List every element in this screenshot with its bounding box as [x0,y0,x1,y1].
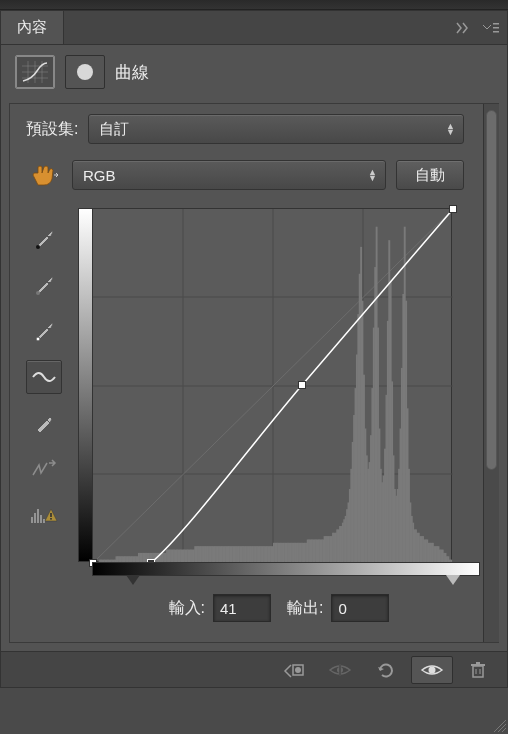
svg-point-7 [36,337,40,341]
curves-graph[interactable] [78,208,452,562]
panel-tab-content[interactable]: 內容 [1,11,64,44]
layer-mask-icon[interactable] [65,55,105,89]
output-value-field[interactable] [331,594,389,622]
clip-to-layer-button[interactable] [273,656,315,684]
delete-button[interactable] [457,656,499,684]
adjustment-title: 曲線 [115,61,149,84]
histogram-warning-icon[interactable] [26,498,62,532]
svg-rect-2 [493,31,499,33]
panel-menu-button[interactable] [479,16,503,40]
preset-select[interactable]: 自訂 ▲▼ [88,114,464,144]
input-value-field[interactable] [213,594,271,622]
svg-rect-8 [31,517,33,523]
black-point-eyedropper-icon[interactable] [26,222,62,256]
curve-point[interactable] [298,381,306,389]
reset-button[interactable] [365,656,407,684]
svg-rect-10 [37,509,39,523]
svg-rect-282 [473,666,483,677]
resize-grip-icon[interactable] [494,720,506,732]
chevron-updown-icon: ▲▼ [368,169,377,181]
svg-rect-13 [50,513,52,517]
output-label: 輸出: [287,598,323,619]
chevron-updown-icon: ▲▼ [446,123,455,135]
black-point-slider[interactable] [126,575,140,585]
svg-rect-0 [493,23,499,25]
svg-point-6 [36,291,40,295]
channel-value: RGB [83,167,116,184]
hand-tool-icon[interactable] [26,158,62,192]
svg-rect-11 [40,515,42,523]
svg-point-5 [36,245,40,249]
svg-point-281 [429,666,436,673]
draw-curve-tool-icon[interactable] [26,406,62,440]
scrollbar[interactable] [483,104,499,642]
svg-rect-284 [476,662,480,664]
view-previous-state-button[interactable] [319,656,361,684]
curve-line[interactable] [93,209,453,563]
white-point-slider[interactable] [446,575,460,585]
preset-value: 自訂 [99,120,129,139]
white-point-eyedropper-icon[interactable] [26,314,62,348]
input-gradient [92,562,480,576]
input-label: 輸入: [169,598,205,619]
auto-button[interactable]: 自動 [396,160,464,190]
svg-rect-9 [34,513,36,523]
toggle-visibility-button[interactable] [411,656,453,684]
svg-rect-14 [50,518,52,520]
svg-point-4 [77,64,93,80]
channel-select[interactable]: RGB ▲▼ [72,160,386,190]
output-gradient [79,209,93,561]
curves-adjustment-icon[interactable] [15,55,55,89]
panel-footer [1,651,507,687]
scrollbar-thumb[interactable] [486,110,497,470]
svg-rect-12 [43,519,45,523]
auto-label: 自動 [415,166,445,185]
curve-point[interactable] [449,205,457,213]
svg-point-279 [295,667,301,673]
preset-label: 預設集: [26,119,78,140]
smooth-curve-icon[interactable] [26,452,62,486]
collapse-button[interactable] [451,16,475,40]
panel-tab-label: 內容 [17,18,47,37]
edit-points-tool-icon[interactable] [26,360,62,394]
svg-rect-283 [471,664,485,666]
gray-point-eyedropper-icon[interactable] [26,268,62,302]
panel-header: 內容 [1,11,507,45]
svg-rect-1 [493,27,499,29]
